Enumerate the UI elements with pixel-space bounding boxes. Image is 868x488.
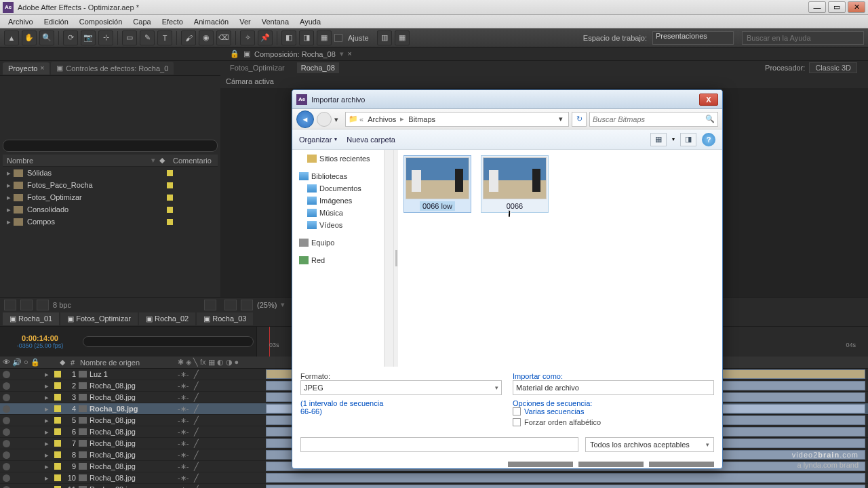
tree-documents[interactable]: Documentos — [292, 182, 393, 195]
preview-pane-button[interactable]: ◨ — [680, 133, 696, 146]
expand-icon[interactable]: ▸ — [45, 405, 52, 413]
nav-back-button[interactable]: ◄ — [296, 110, 314, 128]
switch-icon[interactable]: ✱ — [178, 358, 184, 367]
tl-tab[interactable]: ▣ Fotos_Optimizar — [60, 312, 138, 325]
view-mode-button[interactable]: ▦ — [650, 133, 667, 146]
tool-a-icon[interactable]: ◧ — [281, 30, 296, 45]
switch-icon[interactable]: fx — [200, 358, 206, 367]
menu-ver[interactable]: Ver — [234, 16, 256, 27]
col-source-name[interactable]: Nombre de origen — [80, 359, 178, 367]
hand-tool-icon[interactable]: ✋ — [22, 30, 37, 45]
visibility-toggle[interactable] — [3, 463, 10, 470]
col-comentario[interactable]: Comentario — [173, 157, 214, 165]
trash-icon[interactable] — [204, 300, 216, 310]
visibility-toggle[interactable] — [3, 371, 10, 378]
tree-images[interactable]: Imágenes — [292, 195, 393, 207]
import-as-select[interactable]: Material de archivo — [513, 380, 714, 395]
layer-bar[interactable] — [266, 473, 865, 483]
layer-switches[interactable]: -∗-╱ — [178, 382, 266, 390]
snap-opt2-icon[interactable]: ▦ — [395, 30, 410, 45]
tree-recent[interactable]: Sitios recientes — [292, 152, 393, 165]
visibility-toggle[interactable] — [3, 474, 10, 482]
new-comp-icon[interactable] — [37, 300, 49, 310]
comp-lock-icon[interactable]: 🔒 — [230, 49, 239, 58]
stamp-tool-icon[interactable]: ◉ — [199, 30, 214, 45]
file-list[interactable]: 0066 low 0066 — [398, 150, 722, 367]
layer-name[interactable]: Rocha_08.jpg — [90, 393, 178, 401]
switch-icon[interactable]: ◈ — [186, 358, 191, 367]
zoom-select[interactable]: (25%) — [257, 301, 277, 309]
audio-column-icon[interactable]: 🔊 — [12, 358, 22, 367]
dialog-close-button[interactable]: X — [699, 94, 718, 106]
expand-icon[interactable]: ▸ — [45, 416, 52, 425]
subtab-fotos[interactable]: Fotos_Optimizar — [226, 62, 289, 73]
expand-icon[interactable]: ▸ — [45, 428, 52, 436]
layer-row[interactable]: ▸11Rocha_08.jpg-∗-╱ — [0, 484, 868, 488]
project-folder[interactable]: ▸Sólidas — [3, 167, 218, 179]
help-search-input[interactable] — [742, 31, 864, 45]
menu-edicion[interactable]: Edición — [39, 16, 74, 27]
solo-column-icon[interactable]: ○ — [24, 358, 28, 367]
switch-icon[interactable]: ● — [235, 358, 239, 367]
switch-icon[interactable]: ◐ — [217, 358, 224, 367]
layer-switches[interactable]: -∗-╱ — [178, 428, 266, 436]
layer-name[interactable]: Rocha_08.jpg — [90, 416, 178, 424]
layer-switches[interactable]: -∗-╱ — [178, 485, 266, 489]
visibility-toggle[interactable] — [3, 382, 10, 390]
label-column-icon[interactable]: ◆ — [60, 358, 65, 367]
pen-tool-icon[interactable]: ✎ — [140, 30, 155, 45]
search-input[interactable] — [593, 115, 705, 123]
organize-button[interactable]: Organizar▾ — [299, 136, 337, 144]
layer-bar[interactable] — [266, 485, 865, 488]
tl-tab[interactable]: ▣ Rocha_03 — [197, 312, 253, 325]
layer-name[interactable]: Luz 1 — [90, 370, 178, 378]
label-color[interactable] — [54, 394, 61, 401]
layer-name[interactable]: Rocha_08.jpg — [90, 474, 178, 482]
layer-name[interactable]: Rocha_08.jpg — [90, 439, 178, 447]
rotate-tool-icon[interactable]: ⟳ — [63, 30, 78, 45]
project-folder[interactable]: ▸Compos — [3, 216, 218, 228]
maximize-button[interactable]: ▭ — [828, 1, 846, 13]
visibility-toggle[interactable] — [3, 394, 10, 401]
label-color[interactable] — [54, 405, 61, 412]
brush-tool-icon[interactable]: 🖌 — [181, 30, 196, 45]
breadcrumb-dropdown[interactable]: ▾ — [556, 115, 566, 123]
label-color[interactable] — [54, 474, 61, 481]
label-color[interactable] — [54, 451, 61, 458]
expand-icon[interactable]: ▸ — [45, 451, 52, 460]
file-item[interactable]: 0066 low — [403, 155, 471, 213]
project-folder[interactable]: ▸Consolidado — [3, 203, 218, 216]
nav-forward-button[interactable] — [317, 112, 332, 127]
breadcrumb-item[interactable]: Archivos — [365, 114, 399, 125]
visibility-toggle[interactable] — [3, 428, 10, 436]
search-icon[interactable]: 🔍 — [705, 115, 715, 123]
layer-switches[interactable]: -∗-╱ — [178, 405, 266, 413]
visibility-toggle[interactable] — [3, 405, 10, 413]
layer-name[interactable]: Rocha_08.jpg — [90, 382, 178, 390]
switch-icon[interactable]: ◑ — [226, 358, 233, 367]
switch-icon[interactable]: ▦ — [208, 358, 215, 367]
expand-icon[interactable]: ▸ — [45, 370, 52, 379]
tab-controles-efectos[interactable]: ▣Controles de efectos: Rocha_0 — [51, 62, 174, 75]
force-alpha-checkbox[interactable] — [513, 418, 521, 426]
label-color[interactable] — [54, 440, 61, 447]
project-folder[interactable]: ▸Fotos_Paco_Rocha — [3, 179, 218, 191]
menu-ayuda[interactable]: Ayuda — [294, 16, 326, 27]
tree-network[interactable]: Red — [292, 254, 393, 266]
tool-b-icon[interactable]: ◨ — [299, 30, 314, 45]
tl-tab[interactable]: ▣ Rocha_01 — [3, 312, 59, 325]
view-dropdown[interactable]: ▾ — [672, 136, 675, 142]
expand-icon[interactable]: ▸ — [45, 474, 52, 483]
dialog-button[interactable] — [578, 462, 644, 467]
bpc-label[interactable]: 8 bpc — [53, 301, 71, 309]
switch-icon[interactable]: ╲ — [193, 358, 198, 367]
layer-switches[interactable]: -∗-╱ — [178, 439, 266, 448]
snap-opt-icon[interactable]: ▥ — [377, 30, 392, 45]
visibility-toggle[interactable] — [3, 417, 10, 424]
renderer-select[interactable]: Classic 3D — [809, 62, 857, 73]
dialog-button[interactable] — [508, 462, 573, 467]
menu-animacion[interactable]: Animación — [189, 16, 234, 27]
menu-capa[interactable]: Capa — [127, 16, 156, 27]
rect-tool-icon[interactable]: ▭ — [122, 30, 137, 45]
visibility-toggle[interactable] — [3, 451, 10, 459]
